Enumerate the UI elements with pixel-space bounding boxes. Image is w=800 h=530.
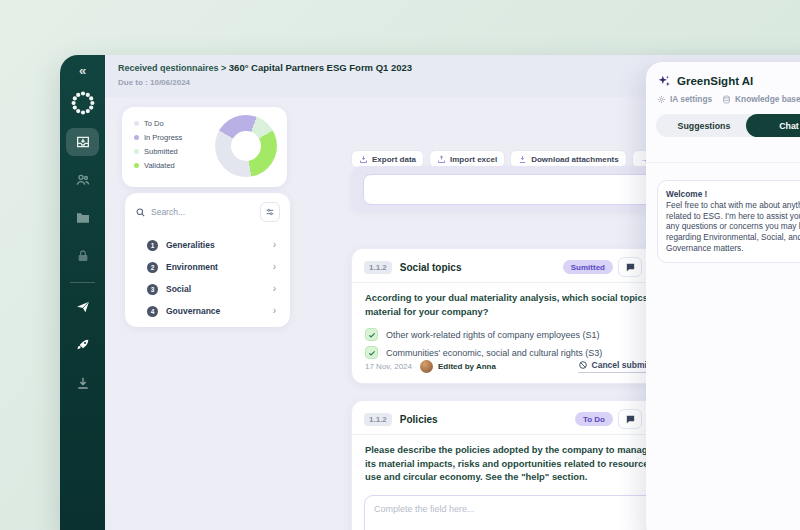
option-label: Other work-related rights of company emp… [386,330,600,340]
sidebar-item-files[interactable] [66,204,99,232]
assistant-message-bubble: Welcome ! Feel free to chat with me abou… [657,180,800,263]
answer-textarea-wrap [364,495,669,530]
import-icon [437,155,446,164]
sidebar-item-security[interactable] [66,242,99,270]
assistant-header: GreenSight AI [657,74,753,88]
card-footer: 17 Nov, 2024 Edited by Anna Cancel submi… [365,358,669,374]
tab-suggestions[interactable]: Suggestions [656,114,752,137]
legend-label: In Progress [144,133,182,142]
legend-label: Validated [144,161,175,170]
question-title: Policies [400,414,438,425]
sidebar-item-social[interactable]: 3 Social › [147,281,276,297]
status-badge: Sumitted [563,260,613,274]
collapse-sidebar-button[interactable]: « [79,63,86,78]
sidebar-item-inbox[interactable] [66,128,99,156]
nav-label: Social [166,284,191,294]
due-date: Due to : 10/06/2024 [118,78,190,87]
sliders-icon [265,207,275,217]
assistant-title: GreenSight AI [677,75,753,87]
question-card-policies: 1.1.2 Policies To Do Please describe the… [351,400,682,530]
export-icon [359,155,368,164]
chevron-right-icon: › [273,284,276,294]
message-title: Welcome ! [666,189,800,200]
search-bar [135,201,280,223]
edit-date: 17 Nov, 2024 [365,362,412,371]
legend-item: Validated [134,158,182,172]
filter-button[interactable] [260,202,280,222]
database-icon [722,95,731,104]
rocket-icon [75,337,91,353]
sidebar: « [60,55,105,530]
nav-label: Environment [166,262,218,272]
message-body: Feel free to chat with me about anything… [666,200,800,254]
legend-dot-validated [134,163,139,168]
comment-button[interactable] [618,409,642,429]
sidebar-item-gouvernance[interactable]: 4 Gouvernance › [147,303,276,319]
question-text: According to your dual materiality analy… [365,291,665,318]
legend-dot-submitted [134,149,139,154]
nav-label: Generalities [166,240,215,250]
checkbox-checked-icon[interactable] [365,328,378,341]
divider [352,434,681,435]
legend-label: To Do [144,119,164,128]
ia-settings-link[interactable]: IA settings [657,94,712,104]
question-text: Please describe the policies adopted by … [365,443,665,484]
logo-icon [68,88,98,118]
chevron-right-icon: › [273,306,276,316]
search-input[interactable] [151,207,241,217]
nav-number: 3 [147,284,158,295]
chevron-right-icon: › [273,262,276,272]
comment-button[interactable] [618,257,642,277]
sidebar-item-generalities[interactable]: 1 Generalities › [147,237,276,253]
card-header: 1.1.2 Policies To Do [364,409,671,429]
folder-icon [75,210,91,226]
status-badge: To Do [575,412,613,426]
sidebar-divider [70,282,95,283]
answer-textarea[interactable] [365,496,668,530]
legend-item: In Progress [134,130,182,144]
option-row[interactable]: Other work-related rights of company emp… [365,328,600,341]
knowledge-base-link[interactable]: Knowledge base [722,94,800,104]
legend-item: To Do [134,116,182,130]
sidebar-item-download[interactable] [66,369,99,397]
question-code-badge: 1.1.2 [364,261,392,274]
nav-label: Gouvernance [166,306,220,316]
nav-number: 2 [147,262,158,273]
attachment-download-icon [518,155,527,164]
avatar [420,360,433,373]
legend-dot-todo [134,121,139,126]
sidebar-item-send[interactable] [66,293,99,321]
send-icon [75,299,91,315]
answer-field[interactable] [363,174,670,205]
section-nav-card: 1 Generalities › 2 Environment › 3 Socia… [125,193,290,327]
divider [352,282,681,283]
cancel-icon [578,360,588,370]
sidebar-item-users[interactable] [66,166,99,194]
sparkle-icon [657,74,671,88]
download-icon [75,375,91,391]
edited-by: Edited by Anna [438,362,496,371]
chevron-right-icon: › [273,240,276,250]
users-icon [75,172,91,188]
question-card-social-topics: 1.1.2 Social topics Sumitted According t… [351,248,682,384]
sidebar-item-environment[interactable]: 2 Environment › [147,259,276,275]
nav-number: 1 [147,240,158,251]
nav-number: 4 [147,306,158,317]
assistant-tabs: Suggestions Chat [656,114,800,137]
option-label: Communities' economic, social and cultur… [386,348,602,358]
legend-dot-inprogress [134,135,139,140]
breadcrumb-title: 360° Capital Partners ESG Form Q1 2023 [229,62,412,73]
assistant-meta: IA settings Knowledge base [657,94,800,104]
sidebar-item-launch[interactable] [66,331,99,359]
assistant-panel: GreenSight AI IA settings Knowledge base… [646,62,800,530]
breadcrumb: Received qestionnaires > 360° Capital Pa… [118,62,412,73]
progress-donut [215,115,277,177]
gear-icon [657,95,666,104]
lock-icon [75,248,91,264]
partial-question-card [351,166,682,212]
legend-label: Submitted [144,147,178,156]
breadcrumb-prefix[interactable]: Received qestionnaires > [118,63,226,73]
tab-chat[interactable]: Chat [746,114,800,137]
question-title: Social topics [400,262,462,273]
divider [646,162,800,163]
